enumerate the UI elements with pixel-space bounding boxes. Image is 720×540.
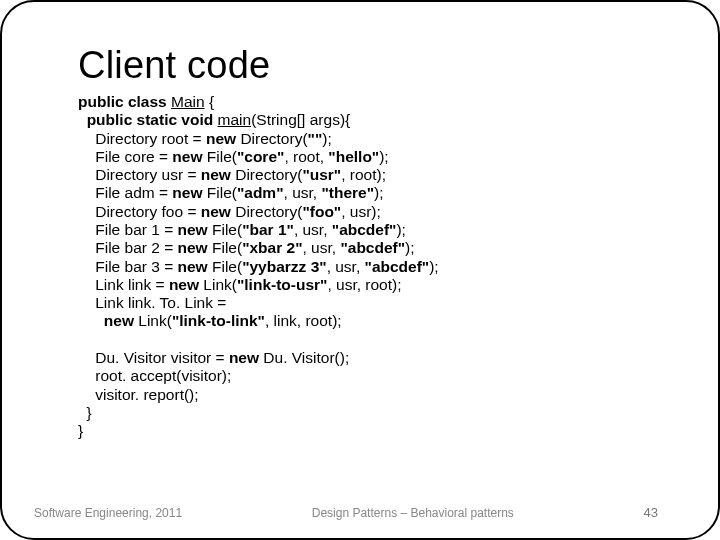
slide-footer: Software Engineering, 2011 Design Patter…: [2, 505, 718, 520]
code-block: public class Main { public static void m…: [78, 93, 658, 440]
slide: Client code public class Main { public s…: [0, 0, 720, 540]
footer-center: Design Patterns – Behavioral patterns: [182, 506, 643, 520]
slide-title: Client code: [78, 44, 658, 87]
footer-left: Software Engineering, 2011: [34, 506, 182, 520]
footer-page-number: 43: [644, 505, 658, 520]
